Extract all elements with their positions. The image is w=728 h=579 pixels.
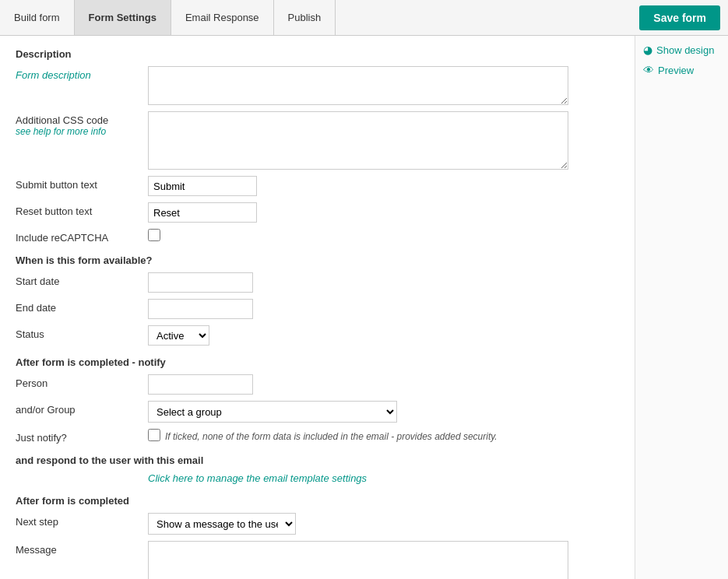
availability-title: When is this form available?: [16, 254, 619, 266]
preview-icon: 👁: [643, 64, 654, 76]
notify-person-label: Person: [16, 374, 148, 389]
recaptcha-checkbox[interactable]: [148, 229, 160, 241]
reset-button-label: Reset button text: [16, 202, 148, 217]
css-input[interactable]: [148, 111, 568, 170]
recaptcha-row: Include reCAPTCHA: [16, 229, 619, 244]
reset-button-row: Reset button text: [16, 202, 619, 223]
submit-button-row: Submit button text: [16, 176, 619, 196]
start-date-row: Start date: [16, 272, 619, 293]
tab-form-settings[interactable]: Form Settings: [75, 0, 171, 35]
tab-publish-label: Publish: [288, 12, 322, 23]
tab-build-form[interactable]: Build form: [0, 0, 75, 35]
status-label: Status: [16, 325, 148, 340]
message-label: Message: [16, 541, 148, 556]
notify-group-label: and/or Group: [16, 401, 148, 416]
start-date-input[interactable]: [148, 272, 253, 293]
preview-item[interactable]: 👁 Preview: [643, 64, 720, 76]
notify-group-row: and/or Group Select a group: [16, 401, 619, 423]
next-step-row: Next step Show a message to the user Red…: [16, 513, 619, 535]
form-description-input[interactable]: [148, 66, 568, 105]
show-design-icon: ◕: [643, 44, 652, 56]
recaptcha-label: Include reCAPTCHA: [16, 229, 148, 244]
notify-person-input[interactable]: [148, 374, 253, 395]
email-link-row: Click here to manage the email template …: [16, 472, 619, 484]
save-form-button[interactable]: Save form: [639, 5, 720, 30]
tab-publish[interactable]: Publish: [274, 0, 336, 35]
show-design-label: Show design: [656, 44, 714, 56]
css-row: Additional CSS code see help for more in…: [16, 111, 619, 170]
submit-button-input[interactable]: [148, 176, 257, 196]
completed-title: After form is completed: [16, 495, 619, 507]
just-notify-row: Just notify? If ticked, none of the form…: [16, 429, 619, 444]
form-description-label: Form description: [16, 66, 148, 81]
next-step-select[interactable]: Show a message to the user Redirect to U…: [148, 513, 296, 535]
just-notify-checkbox[interactable]: [148, 429, 160, 441]
notify-person-row: Person: [16, 374, 619, 395]
form-description-row: Form description: [16, 66, 619, 105]
css-label: Additional CSS code see help for more in…: [16, 111, 148, 137]
end-date-row: End date: [16, 299, 619, 319]
message-input[interactable]: [148, 541, 568, 579]
submit-button-label: Submit button text: [16, 176, 148, 191]
tab-form-settings-label: Form Settings: [89, 12, 157, 23]
tab-email-response[interactable]: Email Response: [171, 0, 274, 35]
notify-title: After form is completed - notify: [16, 356, 619, 368]
reset-button-input[interactable]: [148, 202, 257, 223]
tab-build-form-label: Build form: [14, 12, 60, 23]
end-date-input[interactable]: [148, 299, 253, 319]
message-row: Message: [16, 541, 619, 579]
css-sublabel: see help for more info: [16, 126, 148, 137]
show-design-item[interactable]: ◕ Show design: [643, 44, 720, 56]
right-panel: ◕ Show design 👁 Preview: [635, 36, 728, 579]
email-respond-label: and respond to the user with this email: [16, 454, 203, 466]
notify-group-select[interactable]: Select a group: [148, 401, 397, 423]
email-template-link[interactable]: Click here to manage the email template …: [148, 472, 367, 484]
status-row: Status Active Inactive: [16, 325, 619, 346]
email-respond-row: and respond to the user with this email: [16, 454, 619, 466]
start-date-label: Start date: [16, 272, 148, 287]
just-notify-hint: If ticked, none of the form data is incl…: [165, 431, 498, 442]
next-step-label: Next step: [16, 513, 148, 528]
just-notify-label: Just notify?: [16, 429, 148, 444]
preview-label: Preview: [658, 65, 694, 76]
description-section-title: Description: [16, 48, 619, 60]
tab-email-response-label: Email Response: [185, 12, 259, 23]
end-date-label: End date: [16, 299, 148, 314]
status-select[interactable]: Active Inactive: [148, 325, 209, 346]
content-area: Description Form description Additional …: [0, 36, 635, 579]
